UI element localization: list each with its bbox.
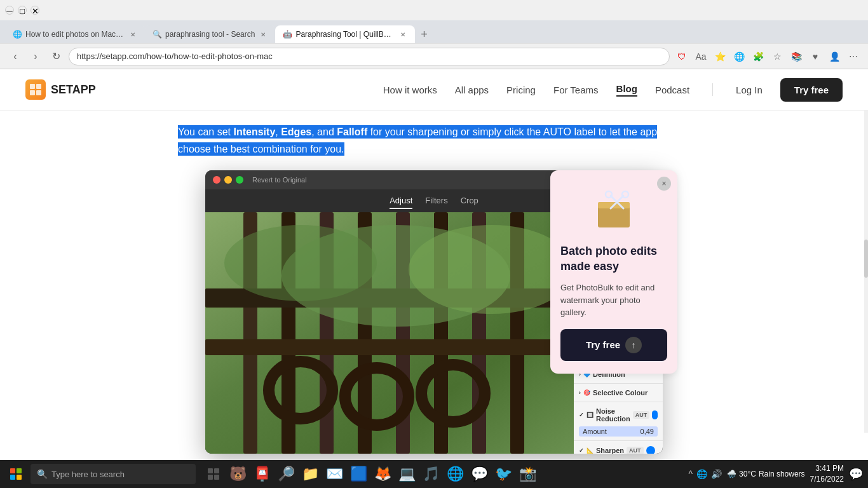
tab-1[interactable]: 🌐 How to edit photos on Mac 202... ✕	[5, 25, 145, 43]
try-free-button[interactable]: Try free	[780, 78, 843, 102]
tab-1-close[interactable]: ✕	[128, 30, 137, 39]
edge-icon[interactable]: 🌐	[732, 50, 746, 64]
taskbar-search-placeholder: Type here to search	[51, 470, 125, 479]
nav-podcast[interactable]: Podcast	[655, 85, 689, 95]
forward-button[interactable]: ›	[28, 49, 43, 64]
extensions-icon[interactable]: 🧩	[751, 50, 765, 64]
article-highlight: You can set Intensity, Edges, and Fallof…	[178, 123, 690, 158]
svg-rect-26	[214, 475, 219, 480]
section-selective-header: › 🎯 Selective Colour	[574, 386, 663, 399]
highlight-text-1: You can set	[178, 126, 233, 137]
taskbar-icon-store[interactable]: 🟦	[347, 463, 370, 485]
maximize-button[interactable]: □	[18, 6, 27, 15]
taskbar-icon-search2[interactable]: 🔎	[275, 463, 297, 485]
taskbar-datetime[interactable]: 3:41 PM 7/16/2022	[810, 463, 844, 485]
ad-try-free-button[interactable]: Try free ↑	[560, 329, 667, 361]
tab-1-title: How to edit photos on Mac 202...	[25, 30, 125, 39]
tab-2[interactable]: 🔍 paraphrasing tool - Search ✕	[145, 25, 275, 43]
noise-amount-value: 0,49	[641, 428, 654, 435]
taskbar-icon-app1[interactable]: 🐻	[226, 463, 249, 485]
taskbar-icon-word[interactable]: 💻	[395, 463, 418, 485]
taskbar-icon-twitter[interactable]: 🐦	[492, 463, 515, 485]
address-input[interactable]	[69, 48, 670, 65]
mac-maximize-dot[interactable]	[236, 176, 243, 184]
back-button[interactable]: ‹	[8, 49, 23, 64]
profile-icon[interactable]: 👤	[827, 50, 841, 64]
logo-text: SETAPP	[51, 83, 96, 97]
taskbar-icon-app3[interactable]: 📸	[516, 463, 539, 485]
title-bar: ─ □ ✕	[0, 0, 868, 20]
nav-all-apps[interactable]: All apps	[455, 85, 489, 95]
login-button[interactable]: Log In	[736, 85, 763, 95]
taskbar-icon-widgets[interactable]	[202, 463, 225, 485]
nav-pricing[interactable]: Pricing	[506, 85, 536, 95]
extension-icon-1[interactable]: 🛡	[675, 50, 689, 64]
logo-icon	[25, 79, 46, 100]
svg-rect-25	[208, 475, 213, 480]
nav-blog[interactable]: Blog	[616, 83, 637, 97]
website-content: SETAPP How it works All apps Pricing For…	[0, 69, 868, 461]
mac-tab-filters[interactable]: Filters	[425, 193, 447, 209]
nav-divider	[712, 83, 713, 96]
start-button[interactable]	[5, 463, 27, 485]
taskbar-sys-icons: ^ 🌐 🔊	[689, 469, 722, 479]
taskbar-notification-icon[interactable]: 💬	[849, 467, 863, 481]
tab-3[interactable]: 🤖 Paraphrasing Tool | QuillBot AI ✕	[275, 25, 415, 43]
section-noise-label: Noise Reduction	[596, 407, 630, 423]
more-icon[interactable]: ⋯	[846, 50, 860, 64]
search-icon: 🔍	[37, 469, 48, 479]
refresh-button[interactable]: ↻	[48, 49, 64, 64]
favorites-bar-icon[interactable]: ☆	[770, 50, 784, 64]
taskbar-weather[interactable]: 🌧️ 30°C Rain showers	[727, 470, 805, 478]
taskbar-sound-icon[interactable]: 🔊	[711, 469, 722, 479]
mac-tab-adjust[interactable]: Adjust	[390, 193, 412, 209]
taskbar-icon-app2[interactable]: 📮	[250, 463, 273, 485]
new-tab-button[interactable]: +	[415, 25, 433, 43]
ad-close-button[interactable]: ×	[657, 177, 671, 191]
section-sharpen-header: ✓ 📐 Sharpen AUT	[574, 444, 663, 454]
taskbar-icon-files[interactable]: 📁	[299, 463, 322, 485]
taskbar-search[interactable]: 🔍 Type here to search	[31, 464, 196, 484]
tab-3-close[interactable]: ✕	[398, 30, 407, 39]
favorites-icon[interactable]: ⭐	[713, 50, 727, 64]
close-button[interactable]: ✕	[31, 6, 39, 15]
sharpen-toggle[interactable]	[646, 446, 655, 454]
taskbar-right: ^ 🌐 🔊 🌧️ 30°C Rain showers 3:41 PM 7/16/…	[689, 463, 863, 485]
tab-2-favicon: 🔍	[153, 30, 161, 39]
taskbar-icon-edge[interactable]: 🦊	[371, 463, 394, 485]
noise-amount-row: Amount 0,49	[579, 426, 658, 437]
taskbar-icon-spotify[interactable]: 🎵	[419, 463, 442, 485]
tab-2-close[interactable]: ✕	[259, 30, 268, 39]
taskbar-chevron-icon[interactable]: ^	[689, 469, 693, 479]
start-cell-4	[17, 475, 22, 480]
taskbar-icon-mail[interactable]: ✉️	[323, 463, 346, 485]
noise-auto-badge: AUT	[633, 411, 650, 419]
taskbar-icon-msg[interactable]: 💬	[468, 463, 491, 485]
health-icon[interactable]: ♥	[808, 50, 822, 64]
noise-toggle[interactable]	[652, 410, 658, 419]
scrollbar-thumb[interactable]	[864, 240, 868, 278]
mac-close-dot[interactable]	[213, 176, 220, 184]
taskbar-icon-chrome[interactable]: 🌐	[444, 463, 466, 485]
reader-mode-icon[interactable]: Aa	[694, 50, 708, 64]
taskbar-network-icon[interactable]: 🌐	[696, 469, 707, 479]
mac-tab-crop[interactable]: Crop	[461, 193, 478, 209]
svg-point-21	[606, 191, 612, 198]
sharpen-auto-badge: AUT	[627, 447, 644, 454]
highlight-falloff: Falloff	[337, 126, 367, 137]
mac-minimize-dot[interactable]	[224, 176, 232, 184]
browser-icons: 🛡 Aa ⭐ 🌐 🧩 ☆ 📚 ♥ 👤 ⋯	[675, 50, 860, 64]
svg-point-16	[409, 225, 574, 314]
svg-rect-23	[208, 468, 213, 473]
svg-point-22	[622, 191, 628, 198]
minimize-button[interactable]: ─	[5, 6, 14, 15]
ad-image	[560, 183, 667, 236]
collections-icon[interactable]: 📚	[789, 50, 803, 64]
nav-for-teams[interactable]: For Teams	[553, 85, 599, 95]
mac-toolbar-tabs: Adjust Filters Crop	[390, 193, 478, 209]
nav-how-it-works[interactable]: How it works	[383, 85, 437, 95]
setapp-logo[interactable]: SETAPP	[25, 79, 96, 100]
section-noise-header: ✓ 🔲 Noise Reduction AUT	[574, 405, 663, 425]
weather-icon: 🌧️	[727, 470, 736, 478]
ad-try-label: Try free	[586, 339, 620, 350]
